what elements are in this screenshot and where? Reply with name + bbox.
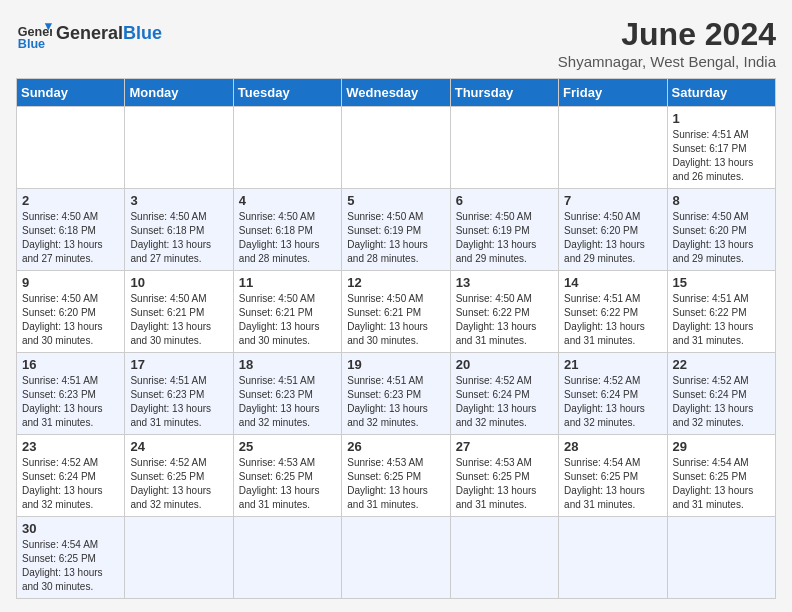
day-number: 23: [22, 439, 119, 454]
day-info: Sunrise: 4:50 AM Sunset: 6:20 PM Dayligh…: [673, 210, 770, 266]
calendar-week-row: 16Sunrise: 4:51 AM Sunset: 6:23 PM Dayli…: [17, 353, 776, 435]
calendar-cell: 19Sunrise: 4:51 AM Sunset: 6:23 PM Dayli…: [342, 353, 450, 435]
day-number: 2: [22, 193, 119, 208]
col-wednesday: Wednesday: [342, 79, 450, 107]
day-number: 8: [673, 193, 770, 208]
col-thursday: Thursday: [450, 79, 558, 107]
col-friday: Friday: [559, 79, 667, 107]
day-info: Sunrise: 4:50 AM Sunset: 6:22 PM Dayligh…: [456, 292, 553, 348]
calendar-cell: 10Sunrise: 4:50 AM Sunset: 6:21 PM Dayli…: [125, 271, 233, 353]
col-tuesday: Tuesday: [233, 79, 341, 107]
calendar-week-row: 9Sunrise: 4:50 AM Sunset: 6:20 PM Daylig…: [17, 271, 776, 353]
calendar-week-row: 30Sunrise: 4:54 AM Sunset: 6:25 PM Dayli…: [17, 517, 776, 599]
calendar-cell: 17Sunrise: 4:51 AM Sunset: 6:23 PM Dayli…: [125, 353, 233, 435]
day-info: Sunrise: 4:50 AM Sunset: 6:21 PM Dayligh…: [130, 292, 227, 348]
logo: General Blue GeneralBlue: [16, 16, 162, 52]
day-number: 21: [564, 357, 661, 372]
month-title: June 2024: [558, 16, 776, 53]
calendar-week-row: 1Sunrise: 4:51 AM Sunset: 6:17 PM Daylig…: [17, 107, 776, 189]
day-number: 27: [456, 439, 553, 454]
calendar-cell: 9Sunrise: 4:50 AM Sunset: 6:20 PM Daylig…: [17, 271, 125, 353]
calendar-cell: 28Sunrise: 4:54 AM Sunset: 6:25 PM Dayli…: [559, 435, 667, 517]
calendar-cell: 4Sunrise: 4:50 AM Sunset: 6:18 PM Daylig…: [233, 189, 341, 271]
calendar-cell: 3Sunrise: 4:50 AM Sunset: 6:18 PM Daylig…: [125, 189, 233, 271]
day-info: Sunrise: 4:53 AM Sunset: 6:25 PM Dayligh…: [239, 456, 336, 512]
calendar-cell: 13Sunrise: 4:50 AM Sunset: 6:22 PM Dayli…: [450, 271, 558, 353]
day-number: 29: [673, 439, 770, 454]
day-info: Sunrise: 4:53 AM Sunset: 6:25 PM Dayligh…: [456, 456, 553, 512]
day-number: 4: [239, 193, 336, 208]
calendar-cell: 22Sunrise: 4:52 AM Sunset: 6:24 PM Dayli…: [667, 353, 775, 435]
calendar-cell: [233, 517, 341, 599]
day-number: 28: [564, 439, 661, 454]
calendar-cell: 24Sunrise: 4:52 AM Sunset: 6:25 PM Dayli…: [125, 435, 233, 517]
day-number: 12: [347, 275, 444, 290]
calendar-week-row: 23Sunrise: 4:52 AM Sunset: 6:24 PM Dayli…: [17, 435, 776, 517]
calendar-cell: 26Sunrise: 4:53 AM Sunset: 6:25 PM Dayli…: [342, 435, 450, 517]
calendar-cell: 29Sunrise: 4:54 AM Sunset: 6:25 PM Dayli…: [667, 435, 775, 517]
calendar-cell: [450, 107, 558, 189]
day-info: Sunrise: 4:50 AM Sunset: 6:19 PM Dayligh…: [456, 210, 553, 266]
day-info: Sunrise: 4:52 AM Sunset: 6:24 PM Dayligh…: [456, 374, 553, 430]
day-info: Sunrise: 4:54 AM Sunset: 6:25 PM Dayligh…: [673, 456, 770, 512]
day-info: Sunrise: 4:51 AM Sunset: 6:23 PM Dayligh…: [347, 374, 444, 430]
day-number: 10: [130, 275, 227, 290]
calendar-cell: 5Sunrise: 4:50 AM Sunset: 6:19 PM Daylig…: [342, 189, 450, 271]
calendar-cell: [559, 107, 667, 189]
calendar-cell: 16Sunrise: 4:51 AM Sunset: 6:23 PM Dayli…: [17, 353, 125, 435]
calendar-cell: [233, 107, 341, 189]
calendar-cell: [125, 517, 233, 599]
day-info: Sunrise: 4:50 AM Sunset: 6:18 PM Dayligh…: [239, 210, 336, 266]
calendar-cell: 18Sunrise: 4:51 AM Sunset: 6:23 PM Dayli…: [233, 353, 341, 435]
day-info: Sunrise: 4:50 AM Sunset: 6:20 PM Dayligh…: [22, 292, 119, 348]
calendar-cell: 30Sunrise: 4:54 AM Sunset: 6:25 PM Dayli…: [17, 517, 125, 599]
calendar-week-row: 2Sunrise: 4:50 AM Sunset: 6:18 PM Daylig…: [17, 189, 776, 271]
day-info: Sunrise: 4:51 AM Sunset: 6:23 PM Dayligh…: [130, 374, 227, 430]
day-info: Sunrise: 4:50 AM Sunset: 6:19 PM Dayligh…: [347, 210, 444, 266]
svg-text:Blue: Blue: [18, 37, 45, 51]
col-saturday: Saturday: [667, 79, 775, 107]
day-number: 24: [130, 439, 227, 454]
day-number: 13: [456, 275, 553, 290]
day-info: Sunrise: 4:54 AM Sunset: 6:25 PM Dayligh…: [564, 456, 661, 512]
title-area: June 2024 Shyamnagar, West Bengal, India: [558, 16, 776, 70]
calendar-cell: [342, 107, 450, 189]
day-number: 7: [564, 193, 661, 208]
day-number: 20: [456, 357, 553, 372]
day-number: 6: [456, 193, 553, 208]
day-info: Sunrise: 4:51 AM Sunset: 6:22 PM Dayligh…: [564, 292, 661, 348]
calendar-cell: 7Sunrise: 4:50 AM Sunset: 6:20 PM Daylig…: [559, 189, 667, 271]
day-info: Sunrise: 4:51 AM Sunset: 6:22 PM Dayligh…: [673, 292, 770, 348]
day-number: 5: [347, 193, 444, 208]
col-monday: Monday: [125, 79, 233, 107]
day-info: Sunrise: 4:50 AM Sunset: 6:21 PM Dayligh…: [347, 292, 444, 348]
calendar-cell: 14Sunrise: 4:51 AM Sunset: 6:22 PM Dayli…: [559, 271, 667, 353]
calendar-cell: 20Sunrise: 4:52 AM Sunset: 6:24 PM Dayli…: [450, 353, 558, 435]
calendar-cell: 8Sunrise: 4:50 AM Sunset: 6:20 PM Daylig…: [667, 189, 775, 271]
calendar-cell: 2Sunrise: 4:50 AM Sunset: 6:18 PM Daylig…: [17, 189, 125, 271]
day-info: Sunrise: 4:52 AM Sunset: 6:25 PM Dayligh…: [130, 456, 227, 512]
day-info: Sunrise: 4:50 AM Sunset: 6:18 PM Dayligh…: [130, 210, 227, 266]
calendar-cell: [342, 517, 450, 599]
day-info: Sunrise: 4:50 AM Sunset: 6:21 PM Dayligh…: [239, 292, 336, 348]
calendar-cell: [17, 107, 125, 189]
calendar-cell: [450, 517, 558, 599]
day-number: 25: [239, 439, 336, 454]
day-info: Sunrise: 4:52 AM Sunset: 6:24 PM Dayligh…: [673, 374, 770, 430]
day-number: 18: [239, 357, 336, 372]
calendar-cell: 1Sunrise: 4:51 AM Sunset: 6:17 PM Daylig…: [667, 107, 775, 189]
day-number: 19: [347, 357, 444, 372]
calendar-cell: [667, 517, 775, 599]
calendar-cell: [559, 517, 667, 599]
day-number: 1: [673, 111, 770, 126]
day-info: Sunrise: 4:52 AM Sunset: 6:24 PM Dayligh…: [22, 456, 119, 512]
day-info: Sunrise: 4:50 AM Sunset: 6:18 PM Dayligh…: [22, 210, 119, 266]
calendar-cell: 25Sunrise: 4:53 AM Sunset: 6:25 PM Dayli…: [233, 435, 341, 517]
day-number: 9: [22, 275, 119, 290]
day-info: Sunrise: 4:50 AM Sunset: 6:20 PM Dayligh…: [564, 210, 661, 266]
day-number: 11: [239, 275, 336, 290]
logo-general: General: [56, 23, 123, 43]
day-number: 15: [673, 275, 770, 290]
day-number: 14: [564, 275, 661, 290]
day-info: Sunrise: 4:52 AM Sunset: 6:24 PM Dayligh…: [564, 374, 661, 430]
